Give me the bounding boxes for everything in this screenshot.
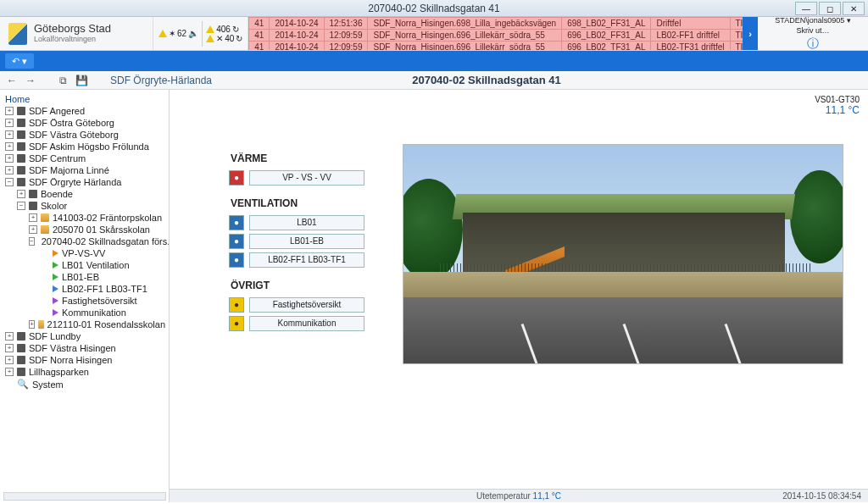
window-title: 207040-02 Skillnadsgatan 41 [368, 3, 499, 14]
tree-node[interactable]: VP-VS-VV [2, 247, 167, 259]
section-heading: VENTILATION [231, 197, 380, 209]
tree-node[interactable]: LB01 Ventilation [2, 259, 167, 271]
tree-node[interactable]: −SDF Örgryte Härlanda [2, 176, 167, 188]
nav-button-label: VP - VS - VV [249, 170, 364, 186]
site-photo [403, 144, 843, 364]
tree-node[interactable]: +212110-01 Rosendalsskolan [2, 318, 167, 330]
nav-button[interactable]: ●Fastighetsöversikt [229, 296, 364, 313]
nav-button-label: Fastighetsöversikt [249, 297, 364, 313]
tree-root[interactable]: Home [2, 93, 167, 105]
temp-value: 11,1 °C [815, 104, 860, 116]
outdoor-temp: VS01-GT30 11,1 °C [815, 95, 860, 116]
status-col: 406 ↻ ✕ 40 ↻ [206, 25, 242, 43]
nav-button[interactable]: ●VP - VS - VV [229, 169, 364, 186]
blue-toolbar: ↶ ▾ [0, 51, 868, 71]
status-panel: ✶ 62 🔈 406 ↻ ✕ 40 ↻ [153, 17, 248, 50]
nav-button-icon: ● [229, 215, 244, 230]
tree-node[interactable]: LB01-EB [2, 271, 167, 283]
nav-tree[interactable]: Home +SDF Angered+SDF Östra Göteborg+SDF… [0, 90, 170, 502]
nav-button-icon: ● [229, 316, 244, 331]
body: Home +SDF Angered+SDF Östra Göteborg+SDF… [0, 90, 868, 502]
status-c[interactable]: ✕ 40 ↻ [206, 34, 242, 43]
footer-label: Utetemperatur [476, 491, 531, 501]
tree-node[interactable]: Kommunikation [2, 307, 167, 318]
tree-node[interactable]: +SDF Angered [2, 105, 167, 117]
close-button[interactable]: ✕ [843, 2, 865, 15]
user-panel: STADEN\jonals0905 ▾ Skriv ut… ⓘ [758, 17, 868, 50]
tree-node[interactable]: +SDF Lundby [2, 330, 167, 342]
nav-button-icon: ● [229, 234, 244, 249]
alarm-row[interactable]: 412014-10-2412:09:59SDF_Norra_Hisingen.6… [249, 42, 743, 51]
tree-node[interactable]: +SDF Västra Hisingen [2, 342, 167, 354]
nav-button-label: LB02-FF1 LB03-TF1 [249, 252, 364, 268]
status-b[interactable]: 406 ↻ [206, 25, 242, 34]
tree-node[interactable]: −Skolor [2, 200, 167, 212]
user-station[interactable]: STADEN\jonals0905 ▾ [775, 16, 850, 25]
tree-node[interactable]: +SDF Askim Högsbo Frölunda [2, 141, 167, 152]
tree-node[interactable]: −207040-02 Skillnadsgatan förs... [2, 235, 167, 247]
crest-icon [8, 23, 27, 45]
maximize-button[interactable]: ◻ [819, 2, 841, 15]
main-panel: VS01-GT30 11,1 °C VÄRME●VP - VS - VVVENT… [170, 90, 868, 502]
logo-line2: Lokalförvaltningen [34, 36, 111, 44]
temp-label: VS01-GT30 [815, 95, 860, 104]
window-buttons: — ◻ ✕ [795, 2, 865, 15]
section-heading: ÖVRIGT [231, 280, 380, 291]
header: Göteborgs Stad Lokalförvaltningen ✶ 62 🔈… [0, 17, 868, 51]
nav-button[interactable]: ●Kommunikation [229, 315, 364, 331]
tree-node[interactable]: +SDF Västra Göteborg [2, 129, 167, 141]
tree-node[interactable]: +Boende [2, 188, 167, 200]
nav-button[interactable]: ●LB01-EB [229, 233, 364, 249]
nav-button-icon: ● [229, 252, 244, 268]
tree-node[interactable]: 🔍System [2, 378, 167, 390]
page-title: 207040-02 Skillnadsgatan 41 [412, 74, 561, 86]
tree-scrollbar[interactable] [3, 492, 166, 501]
alarm-row[interactable]: 412014-10-2412:09:59SDF_Norra_Hisingen.6… [249, 30, 743, 42]
tree-node[interactable]: +205070 01 Skårsskolan [2, 224, 167, 235]
status-bar: Utetemperatur 11,1 °C 2014-10-15 08:34:5… [170, 489, 868, 502]
alarm-next-button[interactable]: › [743, 17, 758, 50]
tree-node[interactable]: +SDF Majorna Linné [2, 164, 167, 176]
print-link[interactable]: Skriv ut… [796, 26, 829, 35]
tree-node[interactable]: LB02-FF1 LB03-TF1 [2, 283, 167, 295]
nav-button[interactable]: ●LB01 [229, 214, 364, 230]
tree-node[interactable]: +Lillhagsparken [2, 366, 167, 378]
status-a[interactable]: ✶ 62 🔈 [159, 29, 198, 38]
nav-button-icon: ● [229, 170, 244, 186]
warning-icon [159, 30, 167, 37]
back-button[interactable]: ← [5, 74, 19, 87]
tree-node[interactable]: +SDF Centrum [2, 152, 167, 164]
title-bar: 207040-02 Skillnadsgatan 41 — ◻ ✕ [0, 0, 868, 17]
copy-button[interactable]: ⧉ [56, 74, 70, 87]
alarm-row[interactable]: 412014-10-2412:51:36SDF_Norra_Hisingen.6… [249, 18, 743, 30]
nav-button-icon: ● [229, 297, 244, 313]
nav-button-label: LB01-EB [249, 234, 364, 249]
undo-button[interactable]: ↶ ▾ [5, 53, 34, 69]
forward-button[interactable]: → [24, 74, 37, 87]
logo-line1: Göteborgs Stad [34, 23, 111, 35]
minimize-button[interactable]: — [795, 2, 817, 15]
save-button[interactable]: 💾 [75, 74, 88, 87]
tree-node[interactable]: +SDF Norra Hisingen [2, 354, 167, 366]
tree-node[interactable]: +SDF Östra Göteborg [2, 117, 167, 129]
footer-value: 11,1 °C [533, 491, 561, 501]
tree-node[interactable]: +141003-02 Fräntorpskolan [2, 212, 167, 224]
nav-toolbar: ← → ⧉ 💾 SDF Örgryte-Härlanda 207040-02 S… [0, 71, 868, 90]
breadcrumb: SDF Örgryte-Härlanda [110, 75, 212, 86]
tree-node[interactable]: Fastighetsöversikt [2, 295, 167, 307]
nav-button[interactable]: ●LB02-FF1 LB03-TF1 [229, 252, 364, 268]
help-icon[interactable]: ⓘ [807, 36, 819, 52]
section-heading: VÄRME [231, 152, 380, 164]
logo: Göteborgs Stad Lokalförvaltningen [0, 17, 153, 50]
nav-button-label: LB01 [249, 215, 364, 230]
alarm-list: 412014-10-2412:51:36SDF_Norra_Hisingen.6… [248, 17, 743, 50]
footer-timestamp: 2014-10-15 08:34:54 [782, 491, 861, 501]
nav-button-label: Kommunikation [249, 316, 364, 331]
